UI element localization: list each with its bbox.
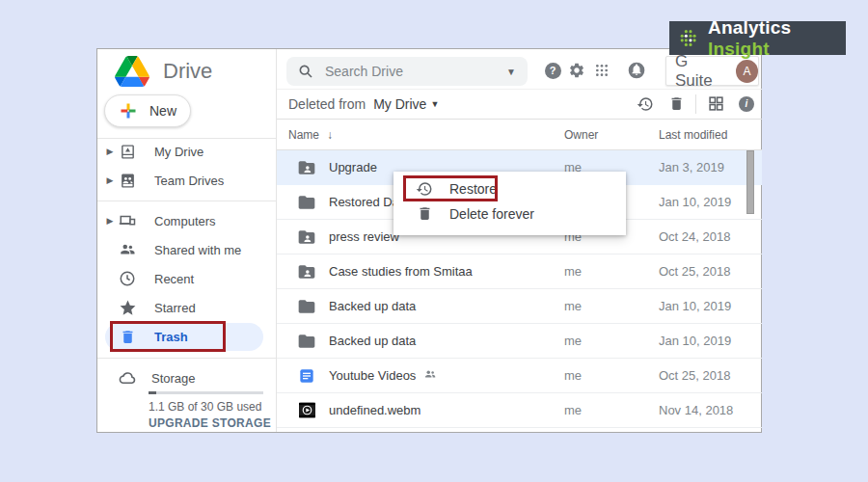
file-list-header: Name↓ Owner Last modified xyxy=(277,120,762,150)
deleted-from-label: Deleted from xyxy=(288,96,366,112)
new-button[interactable]: New xyxy=(104,94,191,127)
context-menu: Restore Delete forever xyxy=(393,172,626,235)
drive-triangle-icon xyxy=(115,56,149,87)
grid-view-button[interactable] xyxy=(700,93,731,116)
sort-descending-icon: ↓ xyxy=(327,128,333,142)
file-owner: me xyxy=(564,403,582,417)
file-modified: Nov 14, 2018 xyxy=(659,403,733,417)
file-name: Backed up data xyxy=(329,334,416,348)
column-name[interactable]: Name↓ xyxy=(288,128,333,142)
file-modified: Oct 25, 2018 xyxy=(659,264,730,279)
analytics-insight-wordmark: Analytics Insight xyxy=(708,17,846,60)
sidebar-divider xyxy=(97,358,276,359)
settings-gear-icon[interactable] xyxy=(566,60,587,81)
apps-grid-icon[interactable] xyxy=(591,60,612,81)
location-toolbar: Deleted from My Drive ▼ i xyxy=(277,89,762,120)
search-options-caret-icon[interactable]: ▼ xyxy=(506,67,516,77)
team-drives-icon xyxy=(118,171,137,190)
sidebar-divider xyxy=(97,201,276,201)
scrollbar-thumb[interactable] xyxy=(746,150,754,214)
restore-icon xyxy=(415,179,434,199)
file-owner: me xyxy=(564,334,582,348)
sidebar-item-recent[interactable]: Recent xyxy=(97,264,276,293)
storage-progress-fill xyxy=(149,391,156,394)
folder-icon xyxy=(297,193,316,212)
upgrade-storage-link[interactable]: UPGRADE STORAGE xyxy=(149,416,271,430)
video-file-icon xyxy=(297,401,316,420)
file-row[interactable]: undefined.webm me Nov 14, 2018 xyxy=(277,393,762,428)
location-dropdown[interactable]: My Drive xyxy=(373,96,426,112)
sidebar-item-shared-with-me[interactable]: Shared with me xyxy=(97,235,276,264)
storage-label: Storage xyxy=(151,371,196,386)
help-icon[interactable]: ? xyxy=(542,60,563,81)
notifications-bell-icon[interactable] xyxy=(626,60,647,81)
storage-usage-text: 1.1 GB of 30 GB used xyxy=(149,400,261,414)
sidebar-item-label: Shared with me xyxy=(154,243,241,257)
drive-window: Drive New ▶ My Drive ▶ xyxy=(96,48,762,433)
sidebar-item-trash[interactable]: Trash xyxy=(97,323,276,351)
toolbar-divider xyxy=(695,94,696,114)
file-row[interactable]: Youtube Videos me Oct 25, 2018 xyxy=(277,359,762,393)
expand-arrow-icon[interactable]: ▶ xyxy=(104,175,116,185)
file-owner: me xyxy=(564,264,582,279)
my-drive-icon xyxy=(118,142,137,161)
drive-logo[interactable]: Drive xyxy=(115,56,212,87)
column-last-modified[interactable]: Last modified xyxy=(659,128,727,142)
plus-icon xyxy=(120,102,137,120)
file-name: press review xyxy=(329,229,399,244)
folder-icon xyxy=(297,332,316,351)
file-name: undefined.webm xyxy=(329,403,420,417)
file-name: Youtube Videos xyxy=(329,367,437,384)
sidebar-item-my-drive[interactable]: ▶ My Drive xyxy=(97,137,276,166)
expand-arrow-icon[interactable]: ▶ xyxy=(104,216,116,226)
column-owner[interactable]: Owner xyxy=(564,128,598,142)
sidebar-item-label: Starred xyxy=(154,301,196,315)
account-avatar[interactable]: A xyxy=(736,60,758,83)
sidebar-item-starred[interactable]: Starred xyxy=(97,293,276,322)
sidebar-item-computers[interactable]: ▶ Computers xyxy=(97,206,276,235)
search-input[interactable] xyxy=(325,64,489,79)
delete-icon xyxy=(415,204,434,224)
file-modified: Jan 10, 2019 xyxy=(659,334,731,348)
context-menu-label: Restore xyxy=(449,181,497,197)
shared-indicator-icon xyxy=(423,367,437,384)
file-name: Backed up data xyxy=(329,299,416,313)
context-menu-label: Delete forever xyxy=(449,206,534,222)
gsuite-account-card[interactable]: G Suite A xyxy=(665,56,759,86)
sidebar-item-label: Trash xyxy=(154,330,188,344)
restore-button[interactable] xyxy=(630,93,661,116)
sidebar-item-label: Computers xyxy=(154,214,216,228)
search-icon xyxy=(298,64,313,79)
context-menu-item-delete-forever[interactable]: Delete forever xyxy=(393,201,626,226)
file-modified: Jan 10, 2019 xyxy=(659,299,731,313)
cloud-icon xyxy=(118,368,137,388)
shared-with-me-icon xyxy=(118,240,137,259)
expand-arrow-icon[interactable]: ▶ xyxy=(104,147,116,156)
sidebar-item-label: Team Drives xyxy=(154,174,224,188)
doc-file-icon xyxy=(297,366,316,386)
file-modified: Oct 24, 2018 xyxy=(659,229,730,244)
starred-icon xyxy=(118,298,137,317)
file-row[interactable]: Backed up data me Jan 10, 2019 xyxy=(277,324,762,359)
page: Analytics Insight Drive xyxy=(0,0,868,482)
search-bar[interactable]: ▼ xyxy=(286,57,528,86)
context-menu-item-restore[interactable]: Restore xyxy=(393,176,626,201)
file-modified: Oct 25, 2018 xyxy=(659,368,730,383)
file-owner: me xyxy=(564,299,582,313)
file-row[interactable]: Backed up data me Jan 10, 2019 xyxy=(277,289,762,324)
sidebar-item-label: My Drive xyxy=(154,145,203,159)
sidebar-item-team-drives[interactable]: ▶ Team Drives xyxy=(97,166,276,195)
file-modified: Jan 3, 2019 xyxy=(659,160,724,174)
file-row[interactable]: Case studies from Smitaa me Oct 25, 2018 xyxy=(277,254,762,289)
shared-folder-icon xyxy=(297,262,316,281)
delete-forever-button[interactable] xyxy=(661,93,692,116)
sidebar-item-label: Recent xyxy=(154,272,194,286)
info-button[interactable]: i xyxy=(731,93,762,116)
location-caret-icon[interactable]: ▼ xyxy=(430,99,439,109)
analytics-insight-logo-icon xyxy=(679,27,700,50)
file-name: Case studies from Smitaa xyxy=(329,264,473,279)
file-name: Upgrade xyxy=(329,160,377,174)
main-content: ▼ ? G Suite A Deleted from My Drive xyxy=(276,49,761,432)
sidebar-item-storage[interactable]: Storage xyxy=(97,365,276,390)
file-modified: Jan 10, 2019 xyxy=(659,195,731,209)
